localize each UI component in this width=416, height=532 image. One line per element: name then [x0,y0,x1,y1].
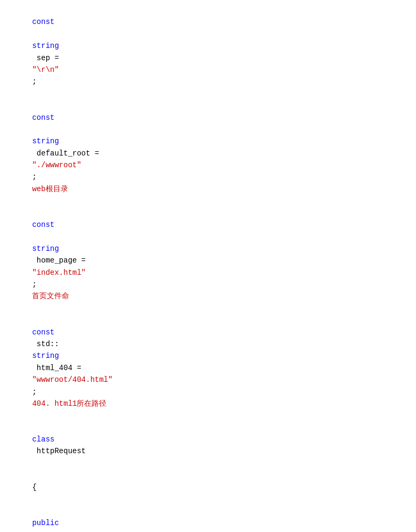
code-block: const string sep = "\r\n" ; const string… [0,0,416,532]
code-line-1: const string sep = "\r\n" ; [0,4,416,100]
keyword-const: const [32,18,54,26]
code-line-5: class httpRequest [0,422,416,470]
comment-webroot: web根目录 [32,185,68,193]
code-line-6: { [0,469,416,505]
string-sep: "\r\n" [32,66,59,74]
code-line-2: const string default_root = "./wwwroot" … [0,100,416,207]
code-line-4: const std:: string html_404 = "wwwroot/4… [0,314,416,422]
code-line-7: public : [0,505,416,532]
comment-homepage: 首页文件命 [32,292,69,300]
comment-404path: 404. html1所在路径 [32,399,106,408]
code-line-3: const string home_page = "index.html" ; … [0,207,416,315]
keyword-string: string [32,42,59,50]
